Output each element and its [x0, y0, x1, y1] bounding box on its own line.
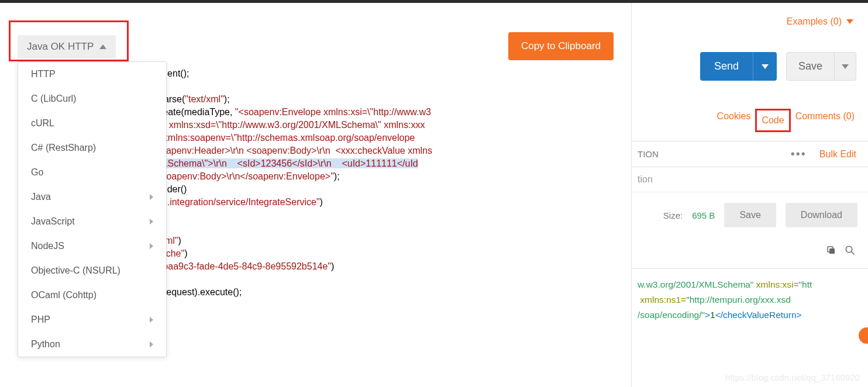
language-option[interactable]: cURL — [18, 111, 166, 136]
language-selector[interactable]: Java OK HTTP — [18, 35, 116, 58]
download-button[interactable]: Download — [786, 203, 857, 227]
language-option-label: Java — [31, 192, 51, 202]
cookies-link[interactable]: Cookies — [712, 109, 756, 132]
send-button-group: Send — [700, 52, 777, 81]
caret-up-icon — [99, 44, 106, 49]
language-option-label: Objective-C (NSURL) — [31, 265, 120, 276]
svg-line-3 — [851, 251, 854, 254]
examples-row: Examples (0) — [632, 3, 868, 40]
caret-down-icon — [762, 64, 769, 69]
bulk-edit-link[interactable]: Bulk Edit — [819, 149, 856, 160]
language-dropdown: HTTPC (LibCurl)cURLC# (RestSharp)GoJavaJ… — [18, 61, 167, 357]
watermark: https://blog.csdn.net/qq_37160920 — [725, 372, 860, 382]
send-button[interactable]: Send — [700, 52, 753, 81]
language-option-label: C (LibCurl) — [31, 94, 76, 104]
language-option-label: C# (RestSharp) — [31, 143, 96, 153]
language-option[interactable]: PHP — [18, 307, 166, 332]
size-value: 695 B — [692, 210, 715, 220]
language-option[interactable]: Objective-C (NSURL) — [18, 258, 166, 283]
code-link[interactable]: Code — [755, 109, 790, 132]
copy-to-clipboard-button[interactable]: Copy to Clipboard — [508, 32, 614, 60]
copy-icon[interactable] — [826, 245, 836, 255]
request-links-row: Cookies Code Comments (0) — [632, 92, 868, 141]
svg-point-2 — [846, 246, 852, 253]
code-snippet-panel: Java OK HTTP Copy to Clipboard t = new O… — [0, 3, 632, 387]
examples-link[interactable]: Examples (0) — [784, 8, 856, 36]
chevron-right-icon — [150, 317, 153, 323]
save-button-group: Save — [786, 52, 856, 81]
language-option-label: PHP — [31, 315, 50, 325]
language-option[interactable]: Go — [18, 160, 166, 185]
response-meta-row: Size: 695 B Save Download — [632, 192, 868, 238]
search-icon[interactable] — [845, 245, 855, 255]
table-header-row: TION ••• Bulk Edit — [632, 141, 868, 167]
language-option[interactable]: Java — [18, 185, 166, 209]
language-option-label: OCaml (Cohttp) — [31, 290, 97, 300]
header-text-fragment: TION — [638, 149, 659, 159]
chevron-right-icon — [150, 219, 153, 224]
send-dropdown-button[interactable] — [753, 52, 777, 81]
chevron-right-icon — [150, 341, 153, 347]
language-selector-label: Java OK HTTP — [27, 41, 94, 53]
size-label: Size: — [663, 210, 683, 220]
language-option-label: Python — [31, 339, 60, 350]
language-option-label: Go — [31, 167, 43, 178]
language-option[interactable]: JavaScript — [18, 209, 166, 234]
language-option-label: NodeJS — [31, 241, 64, 251]
language-option-label: HTTP — [31, 69, 56, 80]
comments-link[interactable]: Comments (0) — [791, 109, 859, 132]
chevron-right-icon — [150, 194, 153, 200]
language-option-label: cURL — [31, 118, 54, 129]
save-dropdown-button[interactable] — [835, 52, 856, 81]
language-option[interactable]: Python — [18, 332, 166, 357]
caret-down-icon — [846, 19, 853, 24]
language-option[interactable]: NodeJS — [18, 234, 166, 258]
language-option-label: JavaScript — [31, 216, 75, 227]
placeholder-text-fragment: tion — [632, 167, 868, 192]
save-response-button[interactable]: Save — [724, 203, 776, 227]
caret-down-icon — [842, 64, 849, 69]
response-toolbar — [632, 238, 868, 262]
language-option[interactable]: OCaml (Cohttp) — [18, 283, 166, 307]
language-option[interactable]: HTTP — [18, 62, 166, 87]
chevron-right-icon — [150, 243, 153, 249]
action-buttons-row: Send Save — [632, 40, 868, 92]
more-options-icon[interactable]: ••• — [791, 147, 807, 161]
svg-rect-0 — [829, 248, 835, 254]
response-body: w.w3.org/2001/XMLSchema" xmlns:xsi="htt … — [632, 268, 868, 331]
save-button[interactable]: Save — [786, 52, 835, 81]
language-option[interactable]: C (LibCurl) — [18, 87, 166, 111]
language-option[interactable]: C# (RestSharp) — [18, 136, 166, 160]
request-panel: Examples (0) Send Save Cookies Code Comm… — [632, 3, 868, 387]
